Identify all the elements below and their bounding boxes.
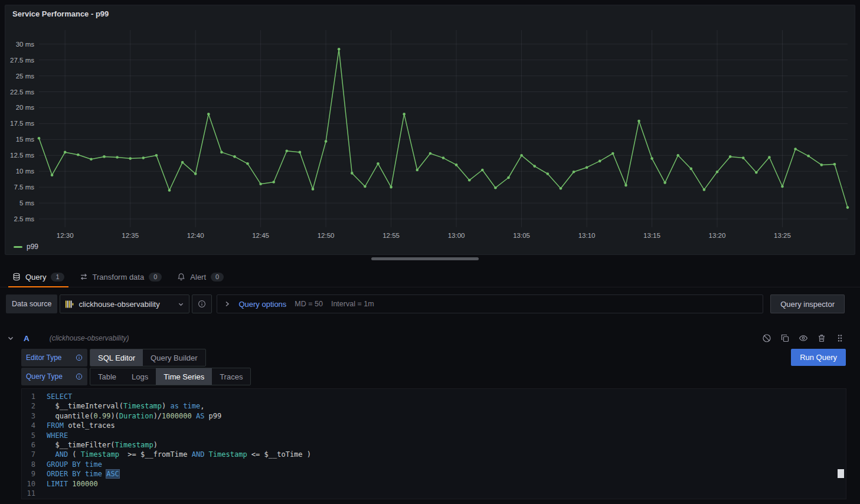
svg-text:12:45: 12:45	[252, 232, 269, 239]
editor-type-sql-editor-button[interactable]: SQL Editor	[90, 349, 143, 366]
chevron-down-icon	[178, 301, 184, 307]
query-options-md: MD = 50	[295, 300, 323, 308]
line-number: 11	[22, 489, 47, 498]
line-number: 2	[22, 401, 47, 411]
timeseries-chart[interactable]: 2.5 ms5 ms7.5 ms10 ms12.5 ms15 ms17.5 ms…	[5, 22, 855, 241]
code-line[interactable]: 5WHERE	[22, 431, 846, 440]
svg-text:12:35: 12:35	[122, 232, 139, 239]
line-number: 5	[22, 431, 47, 440]
code-line[interactable]: 7 AND ( Timestamp >= $__fromTime AND Tim…	[22, 450, 846, 459]
query-type-label-chip: Query Type	[21, 368, 87, 385]
svg-text:13:00: 13:00	[448, 232, 465, 239]
line-number: 3	[22, 411, 47, 421]
query-type-table-button[interactable]: Table	[90, 368, 124, 385]
editor-type-label-chip: Editor Type	[21, 349, 87, 366]
query-inspector-button[interactable]: Query inspector	[770, 294, 845, 313]
tab-transform-data[interactable]: Transform data 0	[72, 267, 170, 287]
line-content: LIMIT 100000	[47, 479, 98, 489]
tab-query-label: Query	[25, 273, 46, 282]
tab-alert-label: Alert	[190, 273, 206, 282]
line-content: SELECT	[47, 392, 72, 401]
line-content: $__timeInterval(Timestamp) as time,	[47, 401, 204, 411]
code-line[interactable]: 11	[22, 489, 846, 498]
collapse-chevron-icon[interactable]	[7, 335, 14, 342]
datasource-label: Data source	[6, 294, 57, 313]
code-line[interactable]: 6 $__timeFilter(Timestamp)	[22, 440, 846, 450]
info-circle-icon[interactable]	[76, 354, 83, 361]
tab-alert[interactable]: Alert 0	[169, 267, 231, 287]
line-content: ORDER BY time ASC	[47, 469, 119, 479]
sql-code-editor[interactable]: 1SELECT2 $__timeInterval(Timestamp) as t…	[21, 388, 846, 499]
datasource-toolbar: Data source clickhouse-observability Que…	[6, 294, 845, 313]
info-circle-icon	[198, 300, 206, 308]
svg-text:22.5 ms: 22.5 ms	[10, 89, 34, 96]
svg-text:12:55: 12:55	[382, 232, 400, 239]
svg-text:7.5 ms: 7.5 ms	[14, 184, 34, 191]
svg-text:13:10: 13:10	[578, 232, 596, 239]
line-number: 10	[22, 479, 47, 489]
line-content: $__timeFilter(Timestamp)	[47, 440, 158, 450]
disable-query-icon[interactable]	[762, 333, 771, 343]
code-line[interactable]: 1SELECT	[22, 392, 846, 401]
line-number: 6	[22, 440, 47, 450]
query-type-logs-button[interactable]: Logs	[124, 368, 156, 385]
line-number: 8	[22, 460, 47, 469]
code-line[interactable]: 3 quantile(0.99)(Duration)/1000000 AS p9…	[22, 411, 846, 421]
svg-text:12.5 ms: 12.5 ms	[10, 152, 34, 159]
code-line[interactable]: 9ORDER BY time ASC	[22, 469, 846, 479]
tab-query[interactable]: Query 1	[5, 267, 72, 287]
datasource-picker[interactable]: clickhouse-observability	[60, 294, 189, 313]
svg-text:20 ms: 20 ms	[16, 104, 35, 111]
panel-title[interactable]: Service Performance - p99	[5, 5, 855, 18]
code-line[interactable]: 8GROUP BY time	[22, 460, 846, 469]
bell-icon	[177, 273, 185, 281]
query-type-segmented-control: Table Logs Time Series Traces	[90, 368, 251, 385]
svg-text:12:50: 12:50	[318, 232, 335, 239]
transform-icon	[80, 273, 88, 281]
svg-text:13:05: 13:05	[513, 232, 530, 239]
trash-icon[interactable]	[817, 333, 826, 343]
query-options-row[interactable]: Query options MD = 50 Interval = 1m	[217, 294, 763, 313]
svg-text:13:15: 13:15	[643, 232, 660, 239]
legend-series-label[interactable]: p99	[27, 243, 38, 251]
copy-query-icon[interactable]	[780, 333, 790, 343]
tab-transform-count: 0	[149, 273, 162, 282]
line-number: 4	[22, 421, 47, 430]
svg-text:25 ms: 25 ms	[16, 73, 35, 80]
svg-text:13:20: 13:20	[709, 232, 726, 239]
clickhouse-logo-icon	[65, 300, 74, 309]
datasource-picker-value: clickhouse-observability	[79, 300, 173, 309]
info-circle-icon[interactable]	[76, 373, 83, 380]
line-content: FROM otel_traces	[47, 421, 115, 430]
tab-alert-count: 0	[211, 273, 224, 282]
svg-text:30 ms: 30 ms	[16, 41, 35, 48]
query-type-label: Query Type	[26, 372, 63, 381]
query-row-header[interactable]: A (clickhouse-observability)	[7, 329, 845, 347]
datasource-help-button[interactable]	[192, 294, 212, 313]
svg-text:12:40: 12:40	[187, 232, 204, 239]
drag-handle-icon[interactable]	[835, 333, 845, 343]
svg-text:12:30: 12:30	[57, 232, 74, 239]
chevron-right-icon	[224, 300, 230, 307]
line-content: GROUP BY time	[47, 460, 102, 469]
line-number: 7	[22, 450, 47, 459]
query-type-time-series-button[interactable]: Time Series	[156, 368, 212, 385]
line-content: quantile(0.99)(Duration)/1000000 AS p99	[47, 411, 221, 421]
editor-type-row: Editor Type SQL Editor Query Builder	[21, 349, 206, 366]
eye-icon[interactable]	[799, 333, 808, 343]
svg-text:27.5 ms: 27.5 ms	[10, 57, 34, 64]
query-datasource-hint: (clickhouse-observability)	[50, 334, 129, 342]
legend-series-swatch	[14, 246, 22, 248]
tab-transform-label: Transform data	[93, 273, 145, 282]
code-line[interactable]: 4FROM otel_traces	[22, 421, 846, 430]
code-line[interactable]: 10LIMIT 100000	[22, 479, 846, 489]
editor-type-query-builder-button[interactable]: Query Builder	[143, 349, 205, 366]
horizontal-scrollbar-thumb[interactable]	[371, 257, 479, 260]
query-options-link[interactable]: Query options	[238, 300, 286, 309]
editor-tabs: Query 1 Transform data 0 Alert 0	[0, 267, 860, 287]
query-type-traces-button[interactable]: Traces	[212, 368, 250, 385]
code-line[interactable]: 2 $__timeInterval(Timestamp) as time,	[22, 401, 846, 411]
run-query-button[interactable]: Run Query	[791, 349, 846, 366]
line-number: 9	[22, 469, 47, 479]
tab-query-count: 1	[51, 273, 64, 282]
